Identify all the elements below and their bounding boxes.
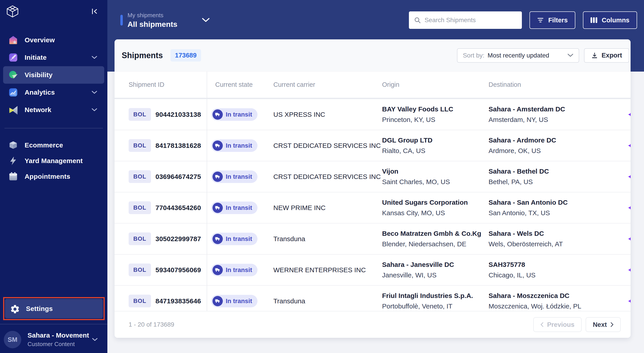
bol-badge: BOL bbox=[128, 139, 151, 152]
table-row[interactable]: BOL 770443654260 In transit NEW PRIME IN… bbox=[114, 192, 630, 224]
filters-button-label: Filters bbox=[548, 16, 568, 24]
columns-button[interactable]: Columns bbox=[583, 12, 637, 29]
table-row[interactable]: BOL 036964674275 In transit CRST DEDICAT… bbox=[114, 161, 630, 192]
sidebar: Overview Initiate Visibility bbox=[0, 0, 107, 353]
analytics-chart-icon bbox=[8, 87, 18, 98]
truck-icon bbox=[212, 265, 223, 275]
network-icon bbox=[8, 105, 18, 115]
status-label: In transit bbox=[226, 298, 252, 305]
sparkle-icon bbox=[628, 235, 630, 243]
export-button-label: Export bbox=[602, 52, 622, 59]
sidebar-item-network[interactable]: Network bbox=[3, 101, 104, 118]
sidebar-item-ecommerce[interactable]: Ecommerce bbox=[3, 137, 104, 153]
next-page-button[interactable]: Next bbox=[586, 317, 621, 332]
truck-icon bbox=[212, 110, 223, 120]
origin-location: Kansas City, MO, US bbox=[382, 209, 445, 217]
truck-icon bbox=[212, 203, 223, 213]
overview-home-star-icon bbox=[8, 35, 18, 45]
truck-icon bbox=[212, 234, 223, 244]
origin-name: Friul Intagli Industries S.p.A. bbox=[382, 292, 473, 300]
avatar: SM bbox=[4, 331, 21, 348]
destination-location: Chicago, IL, US bbox=[488, 271, 536, 279]
next-page-label: Next bbox=[593, 321, 607, 328]
origin-location: Princeton, KY, US bbox=[382, 116, 435, 124]
sidebar-item-appointments[interactable]: Appointments bbox=[3, 169, 104, 184]
column-header-current-carrier: Current carrier bbox=[272, 72, 382, 98]
status-badge: In transit bbox=[211, 139, 258, 152]
sidebar-collapse-icon[interactable] bbox=[92, 8, 98, 15]
sidebar-item-yard-management[interactable]: Yard Management bbox=[3, 153, 104, 169]
shipment-id: 770443654260 bbox=[156, 204, 201, 212]
truck-icon bbox=[212, 140, 223, 151]
sort-select[interactable]: Sort by: Most recently updated bbox=[457, 48, 579, 63]
sidebar-item-label: Overview bbox=[24, 36, 55, 44]
status-label: In transit bbox=[226, 235, 252, 242]
shipment-id: 036964674275 bbox=[156, 173, 201, 180]
table-row[interactable]: BOL 847193835646 In transit Transduna Fr… bbox=[114, 286, 630, 311]
sidebar-divider bbox=[0, 324, 107, 324]
shipment-id: 847193835646 bbox=[156, 297, 201, 305]
annotation-highlight-box: Settings bbox=[3, 297, 105, 320]
column-header-destination: Destination bbox=[488, 72, 600, 98]
sidebar-item-label: Appointments bbox=[24, 173, 70, 180]
sparkle-icon bbox=[628, 142, 630, 150]
destination-location: Amsterdam, NY, US bbox=[488, 116, 548, 124]
destination-location: San Antonio, TX, US bbox=[488, 209, 550, 217]
sidebar-item-label: Network bbox=[24, 106, 52, 114]
table-row[interactable]: BOL 305022999787 In transit Transduna Be… bbox=[114, 224, 630, 254]
origin-location: Saint Charles, MO, US bbox=[382, 178, 450, 186]
search-input[interactable] bbox=[424, 16, 517, 24]
search-icon bbox=[414, 16, 421, 24]
destination-name: Sahara - Wels DC bbox=[488, 230, 544, 237]
export-button[interactable]: Export bbox=[584, 48, 629, 63]
carrier-name: WERNER ENTERPRISES INC bbox=[273, 266, 366, 274]
previous-page-label: Previous bbox=[547, 321, 575, 328]
sparkle-icon bbox=[628, 173, 630, 180]
shipments-view-selector[interactable]: My shipments All shipments bbox=[120, 12, 210, 29]
chevron-down-icon bbox=[92, 56, 97, 59]
carrier-name: CRST DEDICATED SERVICES INC bbox=[273, 142, 381, 150]
ecommerce-cube-icon bbox=[8, 140, 18, 150]
card-header: Shipments 173689 Sort by: Most recently … bbox=[114, 39, 630, 72]
sidebar-bottom: Settings SM Sahara - Movement Customer C… bbox=[0, 295, 107, 353]
user-role: Customer Content bbox=[28, 341, 89, 348]
table-row[interactable]: BOL 841781381628 In transit CRST DEDICAT… bbox=[114, 130, 630, 161]
chevron-down-icon bbox=[92, 108, 97, 112]
truck-icon bbox=[212, 172, 223, 182]
sidebar-item-label: Analytics bbox=[24, 88, 55, 96]
sidebar-item-initiate[interactable]: Initiate bbox=[3, 49, 104, 66]
sidebar-item-overview[interactable]: Overview bbox=[3, 31, 104, 49]
sparkle-icon bbox=[628, 204, 630, 212]
sidebar-item-visibility[interactable]: Visibility bbox=[3, 66, 104, 84]
user-menu[interactable]: SM Sahara - Movement Customer Content bbox=[4, 331, 103, 348]
table-row[interactable]: BOL 593407956069 In transit WERNER ENTER… bbox=[114, 254, 630, 286]
shipments-table: Shipment ID Current state Current carrie… bbox=[114, 72, 630, 311]
carrier-name: NEW PRIME INC bbox=[273, 204, 326, 212]
sidebar-item-analytics[interactable]: Analytics bbox=[3, 84, 104, 101]
origin-name: Sahara - Janesville DC bbox=[382, 261, 454, 268]
table-row[interactable]: BOL 904421033138 In transit US XPRESS IN… bbox=[114, 99, 630, 130]
column-header-origin: Origin bbox=[382, 72, 488, 98]
shipment-id: 841781381628 bbox=[156, 142, 201, 150]
status-label: In transit bbox=[226, 204, 252, 212]
filters-button[interactable]: Filters bbox=[530, 12, 575, 29]
status-badge: In transit bbox=[211, 202, 258, 214]
columns-button-label: Columns bbox=[602, 16, 630, 24]
origin-location: Janesville, WI, US bbox=[382, 271, 436, 279]
destination-name: Sahara - San Antonio DC bbox=[488, 199, 568, 206]
origin-location: Blender, Niedersachsen, DE bbox=[382, 240, 466, 248]
search-box bbox=[409, 12, 522, 29]
origin-name: United Sugars Corporation bbox=[382, 199, 468, 206]
yard-lightning-icon bbox=[8, 156, 18, 166]
sidebar-item-label: Initiate bbox=[24, 54, 46, 61]
origin-name: DGL Group LTD bbox=[382, 136, 432, 144]
previous-page-button[interactable]: Previous bbox=[533, 317, 582, 332]
sidebar-item-label: Yard Management bbox=[24, 157, 83, 165]
sidebar-item-label: Ecommerce bbox=[24, 142, 63, 149]
bol-badge: BOL bbox=[128, 232, 151, 245]
status-label: In transit bbox=[226, 142, 252, 149]
status-badge: In transit bbox=[211, 170, 258, 183]
destination-name: Sahara - Bethel DC bbox=[488, 168, 549, 175]
sidebar-item-settings[interactable]: Settings bbox=[5, 299, 103, 318]
app-logo-icon bbox=[6, 5, 19, 18]
